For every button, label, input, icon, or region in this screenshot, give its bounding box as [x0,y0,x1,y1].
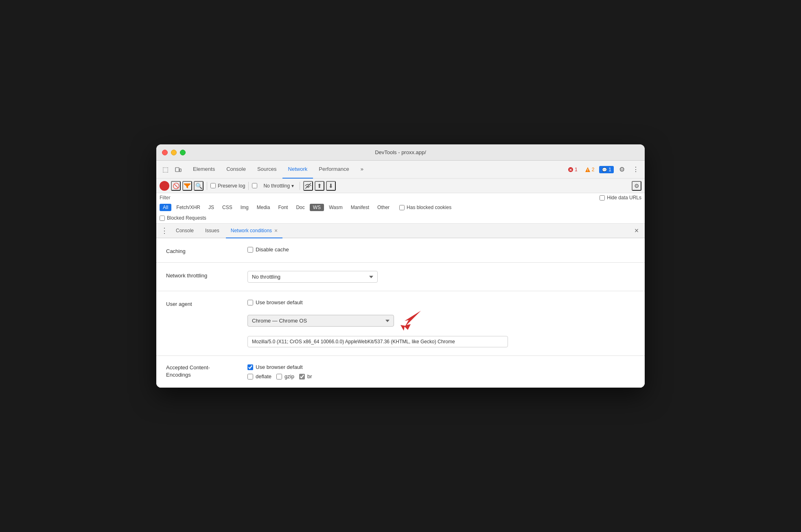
throttling-dropdown[interactable]: No throttling Fast 3G Slow 3G Offline [247,271,378,283]
preserve-log-label[interactable]: Preserve log [210,183,245,189]
gzip-label[interactable]: gzip [276,373,294,379]
svg-text:✕: ✕ [569,168,572,172]
panel-close-button[interactable]: × [632,226,641,235]
close-button[interactable] [162,150,168,155]
svg-rect-1 [179,169,181,172]
error-badge[interactable]: ✕ 1 [565,166,580,173]
disable-cache-control[interactable]: Disable cache [247,246,289,253]
panel-tab-network-conditions[interactable]: Network conditions × [226,224,283,238]
panel-tab-close-icon[interactable]: × [274,227,278,234]
encodings-section: Accepted Content- Encodings Use browser … [156,356,645,388]
filter-js[interactable]: JS [205,204,217,211]
settings-icon[interactable]: ⚙ [616,164,628,175]
main-tabs: Elements Console Sources Network Perform… [187,161,565,178]
filter-all[interactable]: All [160,204,171,211]
tab-bar-right: ✕ 1 ! 2 💬 1 ⚙ ⋮ [565,164,641,175]
filter-img[interactable]: Img [237,204,252,211]
disable-cache-label[interactable] [252,183,259,188]
filter-fetch-xhr[interactable]: Fetch/XHR [173,204,204,211]
filter-manifest[interactable]: Manifest [348,204,372,211]
gzip-checkbox[interactable] [276,374,282,379]
maximize-button[interactable] [180,150,186,155]
panel-tab-console[interactable]: Console [171,224,199,238]
tab-elements[interactable]: Elements [187,161,221,179]
cursor-icon[interactable]: ⬚ [160,164,171,175]
filter-ws[interactable]: WS [310,204,324,211]
upload-icon[interactable]: ⬆ [315,181,324,191]
tab-network[interactable]: Network [282,161,313,179]
clear-icon[interactable]: 🚫 [171,181,181,191]
warning-badge[interactable]: ! 2 [582,166,597,173]
filter-media[interactable]: Media [254,204,274,211]
caching-label: Caching [166,246,231,254]
filter-css[interactable]: CSS [219,204,236,211]
minimize-button[interactable] [171,150,177,155]
throttling-label: Network throttling [166,271,231,279]
settings-gear-icon[interactable]: ⚙ [632,181,641,191]
filter-other[interactable]: Other [374,204,393,211]
tab-performance[interactable]: Performance [313,161,355,179]
deflate-checkbox[interactable] [247,374,253,379]
user-agent-string-input[interactable] [247,336,508,347]
preserve-log-checkbox[interactable] [210,183,216,188]
throttling-controls: No throttling Fast 3G Slow 3G Offline [247,271,378,283]
use-browser-default-label[interactable]: Use browser default [247,299,508,305]
separator-3 [300,182,300,190]
filter-icon[interactable] [182,181,192,191]
user-agent-label: User agent [166,299,231,307]
has-blocked-cookies-label[interactable]: Has blocked cookies [399,205,451,210]
filter-doc[interactable]: Doc [293,204,308,211]
filter-label: Filter [160,195,171,201]
panel-tab-issues[interactable]: Issues [200,224,224,238]
network-conditions-panel: Caching Disable cache Network throttling [156,238,645,388]
device-toggle-icon[interactable] [173,164,184,175]
tab-more[interactable]: » [355,161,369,179]
caching-controls: Disable cache [247,246,289,253]
encoding-checkboxes: deflate gzip br [247,373,312,379]
svg-text:!: ! [587,168,588,172]
br-checkbox[interactable] [299,374,305,379]
use-browser-default-checkbox[interactable] [247,300,253,305]
separator-2 [248,182,249,190]
devtools-window: DevTools - proxx.app/ ⬚ Elements Console [156,144,645,388]
br-label[interactable]: br [299,373,312,379]
encodings-controls: Use browser default deflate gzip [247,364,312,379]
encodings-label: Accepted Content- Encodings [166,364,231,379]
more-options-icon[interactable]: ⋮ [630,164,641,175]
devtools-body: ⬚ Elements Console Sources [156,161,645,388]
filter-font[interactable]: Font [275,204,291,211]
throttle-selector[interactable]: No throttling ▾ [261,182,296,190]
traffic-lights [162,150,186,155]
blocked-requests-label[interactable]: Blocked Requests [160,215,206,221]
record-button[interactable] [160,181,169,191]
throttling-row: Network throttling No throttling Fast 3G… [166,271,635,283]
disable-cache-nc-checkbox[interactable] [247,247,253,253]
panel-more-icon[interactable]: ⋮ [160,226,169,235]
main-tab-bar: ⬚ Elements Console Sources [156,161,645,179]
filter-wasm[interactable]: Wasm [326,204,346,211]
svg-text:💬: 💬 [602,167,607,172]
hide-data-urls-checkbox[interactable] [600,195,605,201]
disable-cache-checkbox[interactable] [252,183,257,188]
tab-console[interactable]: Console [221,161,252,179]
search-icon[interactable]: 🔍 [194,181,204,191]
user-agent-section: User agent Use browser default Chrome — … [156,291,645,356]
user-agent-row-main: User agent Use browser default Chrome — … [166,299,635,347]
toolbar-icons: ⬚ [160,164,184,175]
hide-data-urls-label[interactable]: Hide data URLs [600,195,641,201]
deflate-label[interactable]: deflate [247,373,271,379]
caching-row: Caching Disable cache [166,246,635,254]
network-conditions-icon[interactable] [303,181,313,191]
has-blocked-cookies-checkbox[interactable] [399,205,405,210]
filter-bar: Filter Hide data URLs All Fetch/XHR JS C… [156,193,645,224]
network-toolbar: 🚫 🔍 Preserve log No throttling ▾ [156,179,645,193]
throttling-section: Network throttling No throttling Fast 3G… [156,263,645,291]
user-agent-dropdown[interactable]: Chrome — Chrome OS Chrome — Windows Fire… [247,315,394,327]
info-badge[interactable]: 💬 1 [599,166,614,173]
blocked-requests-checkbox[interactable] [160,216,165,221]
use-browser-default-encoding-label[interactable]: Use browser default [247,364,312,370]
tab-sources[interactable]: Sources [252,161,282,179]
user-agent-select-row: Chrome — Chrome OS Chrome — Windows Fire… [247,309,508,333]
use-browser-default-encoding-checkbox[interactable] [247,364,253,370]
download-icon[interactable]: ⬇ [326,181,336,191]
